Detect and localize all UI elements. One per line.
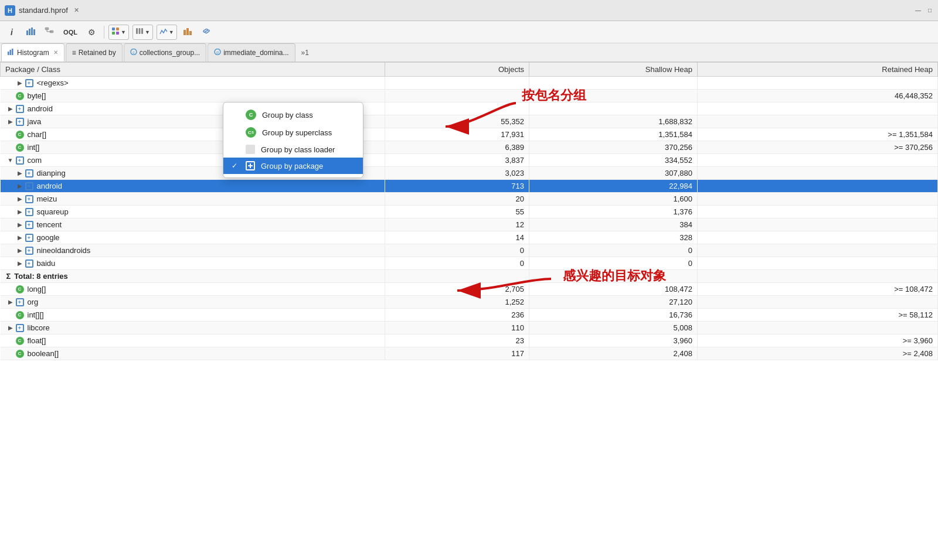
group-dropdown-button[interactable]: ▼	[108, 25, 129, 40]
svg-rect-3	[33, 29, 35, 35]
class-cell-row-meizu[interactable]: meizu	[1, 193, 385, 206]
settings-button[interactable]: ⚙	[83, 25, 100, 40]
objects-cell-row-long: 2,705	[385, 283, 529, 296]
tree-arrow-row-baidu[interactable]	[16, 260, 24, 267]
objects-cell-row-int: 6,389	[385, 141, 529, 154]
retained-by-tab[interactable]: ≡ Retained by	[66, 43, 123, 62]
group-by-package-item[interactable]: ✓ Group by package	[223, 158, 363, 174]
bar-chart-icon	[183, 27, 192, 37]
shallow-cell-row-int: 370,256	[529, 141, 698, 154]
group-by-package-pkg-icon	[246, 161, 255, 170]
calc-dropdown-button[interactable]: ▼	[157, 25, 177, 40]
retained-cell-row-org	[698, 296, 938, 309]
tree-arrow-row-org[interactable]	[6, 299, 15, 305]
group-by-classloader-item[interactable]: Group by class loader	[223, 141, 363, 158]
class-cell-row-baidu[interactable]: baidu	[1, 257, 385, 270]
tree-arrow-row-libcore[interactable]	[6, 325, 15, 331]
table-container[interactable]: Package / Class Objects Shallow Heap Ret…	[0, 62, 938, 560]
shallow-column-header: Shallow Heap	[529, 63, 698, 77]
tree-arrow-row-nineold[interactable]	[16, 247, 24, 254]
class-icon-row-byte: C	[16, 92, 24, 100]
title-bar: H standard.hprof ✕ — □	[0, 0, 938, 21]
tree-arrow-row-google[interactable]	[16, 234, 24, 241]
tree-arrow-row-dianping[interactable]	[16, 170, 24, 176]
class-cell-row-float[interactable]: Cfloat[]	[1, 334, 385, 347]
row-label-row-byte: byte[]	[28, 91, 46, 100]
window-controls: — □	[915, 7, 933, 14]
class-cell-row-intarr[interactable]: Cint[][]	[1, 309, 385, 322]
class-cell-row-android-com[interactable]: android	[1, 180, 385, 193]
row-label-row-char: char[]	[28, 130, 47, 139]
table-row: android	[1, 103, 938, 115]
dominator-tab[interactable]: d immediate_domina...	[208, 43, 295, 62]
histogram-button[interactable]	[22, 25, 39, 40]
svg-rect-11	[116, 32, 119, 35]
tree-arrow-row-java[interactable]	[6, 118, 15, 125]
tree-arrow-row-tencent[interactable]	[16, 221, 24, 228]
info-button[interactable]: i	[4, 25, 20, 40]
svg-line-18	[205, 30, 208, 32]
tree-arrow-row-meizu[interactable]	[16, 196, 24, 202]
group-by-superclass-icon: CS	[246, 127, 256, 138]
class-cell-row-byte[interactable]: Cbyte[]	[1, 90, 385, 103]
tab-overflow-label: »1	[301, 49, 309, 57]
objects-cell-row-char: 17,931	[385, 128, 529, 141]
objects-cell-row-squareup: 55	[385, 206, 529, 218]
collections-tab[interactable]: c collections_group...	[124, 43, 206, 62]
retained-cell-row-baidu	[698, 257, 938, 270]
class-cell-row-org[interactable]: org	[1, 296, 385, 309]
tree-arrow-row-regexs[interactable]	[16, 80, 24, 86]
histogram-tab-icon	[8, 49, 15, 57]
class-cell-row-libcore[interactable]: libcore	[1, 322, 385, 334]
histogram-tab[interactable]: Histogram ✕	[1, 43, 64, 62]
annotation-target-object: 感兴趣的目标对象	[563, 267, 666, 285]
class-cell-row-boolean[interactable]: Cboolean[]	[1, 347, 385, 360]
class-hierarchy-button[interactable]	[41, 25, 57, 40]
link-button[interactable]	[198, 25, 215, 40]
tab-overflow-button[interactable]: »1	[297, 43, 314, 62]
group-by-class-item[interactable]: C Group by class	[223, 106, 363, 124]
window-minimize[interactable]: —	[915, 7, 922, 14]
tree-arrow-row-android-top[interactable]	[6, 105, 15, 112]
row-label-row-libcore: libcore	[28, 323, 50, 332]
class-cell-row-google[interactable]: google	[1, 231, 385, 244]
objects-cell-row-intarr: 236	[385, 309, 529, 322]
window-maximize[interactable]: □	[926, 7, 933, 14]
pkg-icon-row-squareup	[25, 208, 33, 216]
objects-cell-row-float: 23	[385, 334, 529, 347]
class-cell-row-squareup[interactable]: squareup	[1, 206, 385, 218]
shallow-cell-row-android-com: 22,984	[529, 180, 698, 193]
table-row: Cint[]6,389370,256>= 370,256	[1, 141, 938, 154]
class-cell-row-regexs[interactable]: <regexs>	[1, 77, 385, 90]
tree-arrow-row-com[interactable]	[6, 157, 15, 163]
row-label-row-int: int[]	[28, 143, 40, 152]
group-dropdown-menu: C Group by class CS Group by superclass …	[223, 102, 363, 178]
table-row: Cint[][]23616,736>= 58,112	[1, 309, 938, 322]
oql-button[interactable]: OQL	[60, 25, 81, 40]
pkg-icon-row-google	[25, 234, 33, 242]
svg-text:c: c	[132, 50, 135, 54]
shallow-cell-row-char: 1,351,584	[529, 128, 698, 141]
shallow-cell-row-float: 3,960	[529, 334, 698, 347]
group-by-superclass-item[interactable]: CS Group by superclass	[223, 124, 363, 141]
class-cell-row-total[interactable]: ΣTotal: 8 entries	[1, 270, 385, 283]
retained-tab-icon: ≡	[72, 49, 76, 57]
svg-rect-4	[45, 28, 49, 30]
class-column-header: Package / Class	[1, 63, 385, 77]
bar-chart-button[interactable]	[179, 25, 196, 40]
histogram-tab-close[interactable]: ✕	[53, 49, 58, 56]
dominator-tab-label: immediate_domina...	[223, 49, 288, 57]
tree-arrow-row-android-com[interactable]	[16, 183, 24, 189]
retained-cell-row-google	[698, 231, 938, 244]
columns-dropdown-button[interactable]: ▼	[132, 25, 153, 40]
class-cell-row-long[interactable]: Clong[]	[1, 283, 385, 296]
pkg-icon-row-dianping	[25, 169, 33, 177]
tree-arrow-row-squareup[interactable]	[16, 209, 24, 215]
tab-close-title[interactable]: ✕	[74, 6, 79, 14]
class-cell-row-nineold[interactable]: nineoldandroids	[1, 244, 385, 257]
svg-rect-0	[26, 30, 28, 35]
table-row: ΣTotal: 8 entries	[1, 270, 938, 283]
shallow-cell-row-intarr: 16,736	[529, 309, 698, 322]
class-icon-row-intarr: C	[16, 311, 24, 319]
class-cell-row-tencent[interactable]: tencent	[1, 218, 385, 231]
